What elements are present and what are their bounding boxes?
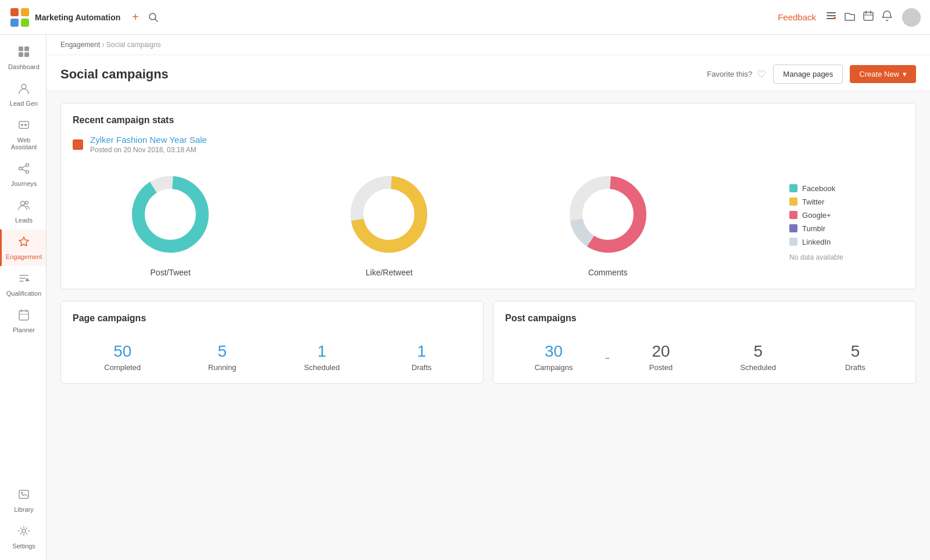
page-campaigns-card: Page campaigns 50 Completed 5 Running 1 xyxy=(60,301,484,384)
campaign-meta: Zylker Fashion New Year Sale Posted on 2… xyxy=(90,135,207,154)
calendar-icon[interactable] xyxy=(863,10,874,24)
svg-rect-10 xyxy=(834,17,836,19)
post-tweet-label: Post/Tweet xyxy=(151,268,191,277)
stat-completed-value: 50 xyxy=(73,342,173,361)
post-stat-posted: 20 Posted xyxy=(613,342,710,372)
settings-icon xyxy=(17,525,30,540)
stat-scheduled-label: Scheduled xyxy=(272,363,372,372)
post-stat-drafts: 5 Drafts xyxy=(807,342,904,372)
svg-point-23 xyxy=(19,167,22,170)
sidebar-label-lead-gen: Lead Gen xyxy=(10,100,38,107)
page-campaigns-title: Page campaigns xyxy=(73,313,471,324)
legend-item-facebook: Facebook xyxy=(789,184,843,193)
svg-rect-1 xyxy=(10,8,19,16)
campaign-header: Zylker Fashion New Year Sale Posted on 2… xyxy=(73,135,904,154)
svg-rect-7 xyxy=(827,12,836,13)
svg-point-24 xyxy=(26,164,29,167)
svg-point-29 xyxy=(26,202,28,204)
no-data-label: No data available xyxy=(789,253,843,261)
dropdown-arrow-icon: ▾ xyxy=(903,70,907,78)
legend-color-facebook xyxy=(789,184,797,192)
layout: Dashboard Lead Gen Web Assistant Journey… xyxy=(0,35,930,560)
dashboard-icon xyxy=(17,45,30,61)
post-stat-divider: - xyxy=(602,342,612,372)
legend-item-linkedin: LinkedIn xyxy=(789,238,843,246)
favorite-label: Favorite this? xyxy=(707,70,752,78)
campaign-name[interactable]: Zylker Fashion New Year Sale xyxy=(90,135,207,145)
legend-label-twitter: Twitter xyxy=(802,198,824,206)
campaigns-row: Page campaigns 50 Completed 5 Running 1 xyxy=(60,301,916,384)
content: Recent campaign stats Zylker Fashion New… xyxy=(46,91,930,396)
sidebar-item-lead-gen[interactable]: Lead Gen xyxy=(0,76,46,113)
planner-icon xyxy=(17,308,30,324)
post-stat-scheduled: 5 Scheduled xyxy=(710,342,807,372)
create-new-label: Create New xyxy=(859,70,899,78)
favorite-section: Favorite this? ♡ xyxy=(707,68,766,81)
chart-legend: Facebook Twitter Google+ Tumblr xyxy=(780,180,853,266)
page-campaigns-stats: 50 Completed 5 Running 1 Scheduled 1 xyxy=(73,342,471,372)
svg-rect-35 xyxy=(19,490,28,498)
sidebar-item-qualification[interactable]: Qualification xyxy=(0,266,46,303)
svg-rect-18 xyxy=(24,52,29,57)
add-button[interactable]: + xyxy=(130,8,141,26)
stat-completed: 50 Completed xyxy=(73,342,173,372)
svg-rect-11 xyxy=(864,12,873,20)
sidebar-label-qualification: Qualification xyxy=(6,290,42,297)
bell-icon[interactable] xyxy=(881,10,893,24)
legend-item-twitter: Twitter xyxy=(789,198,843,206)
manage-pages-button[interactable]: Manage pages xyxy=(773,64,843,84)
zoho-logo-icon xyxy=(9,7,30,28)
breadcrumb-parent[interactable]: Engagement xyxy=(60,41,100,49)
svg-rect-16 xyxy=(24,46,29,51)
sidebar-item-web-assistant[interactable]: Web Assistant xyxy=(0,113,46,156)
sidebar-item-journeys[interactable]: Journeys xyxy=(0,156,46,193)
svg-rect-8 xyxy=(827,15,836,16)
legend-item-tumblr: Tumblr xyxy=(789,224,843,233)
sidebar-label-library: Library xyxy=(14,506,34,513)
breadcrumb: Engagement › Social campaigns xyxy=(46,35,930,55)
sidebar-item-dashboard[interactable]: Dashboard xyxy=(0,40,46,76)
topbar-right-icons xyxy=(825,10,893,24)
sidebar-item-settings[interactable]: Settings xyxy=(0,519,46,555)
like-retweet-label: Like/Retweet xyxy=(366,268,413,277)
comments-donut xyxy=(561,168,654,261)
list-icon[interactable] xyxy=(825,10,837,24)
post-stat-scheduled-label: Scheduled xyxy=(710,363,807,372)
stat-drafts-label: Drafts xyxy=(372,363,472,372)
post-stat-campaigns-label: Campaigns xyxy=(505,363,602,372)
post-stat-campaigns: 30 Campaigns xyxy=(505,342,602,372)
breadcrumb-separator: › xyxy=(102,41,106,49)
like-retweet-donut xyxy=(342,168,435,261)
journeys-icon xyxy=(17,162,30,178)
sidebar-item-library[interactable]: Library xyxy=(0,482,46,519)
stat-completed-label: Completed xyxy=(73,363,173,372)
sidebar-item-engagement[interactable]: Engagement xyxy=(0,229,46,266)
svg-point-28 xyxy=(21,202,25,206)
web-assistant-icon xyxy=(17,119,30,134)
folder-icon[interactable] xyxy=(844,10,856,24)
leads-icon xyxy=(17,199,30,214)
sidebar-label-engagement: Engagement xyxy=(6,253,42,260)
search-button[interactable] xyxy=(146,10,161,25)
svg-point-36 xyxy=(21,492,23,494)
sidebar-item-leads[interactable]: Leads xyxy=(0,193,46,229)
heart-icon[interactable]: ♡ xyxy=(757,68,766,81)
stat-running-value: 5 xyxy=(173,342,273,361)
post-campaigns-title: Post campaigns xyxy=(505,313,904,324)
sidebar-label-settings: Settings xyxy=(12,543,35,550)
svg-point-37 xyxy=(22,529,26,533)
post-campaigns-card: Post campaigns 30 Campaigns - 20 Posted … xyxy=(493,301,916,384)
campaign-color-block xyxy=(73,139,83,150)
svg-point-22 xyxy=(24,124,27,126)
user-avatar[interactable] xyxy=(902,8,921,27)
topbar-right: Feedback xyxy=(778,8,921,27)
create-new-button[interactable]: Create New ▾ xyxy=(850,65,916,83)
legend-label-googleplus: Google+ xyxy=(802,211,831,220)
feedback-link[interactable]: Feedback xyxy=(778,12,816,22)
engagement-icon xyxy=(17,235,30,251)
svg-rect-20 xyxy=(19,121,28,128)
topbar-actions: + xyxy=(130,8,161,26)
stat-drafts: 1 Drafts xyxy=(372,342,472,372)
sidebar-item-planner[interactable]: Planner xyxy=(0,303,46,339)
post-campaigns-stats: 30 Campaigns - 20 Posted 5 Scheduled xyxy=(505,342,904,372)
